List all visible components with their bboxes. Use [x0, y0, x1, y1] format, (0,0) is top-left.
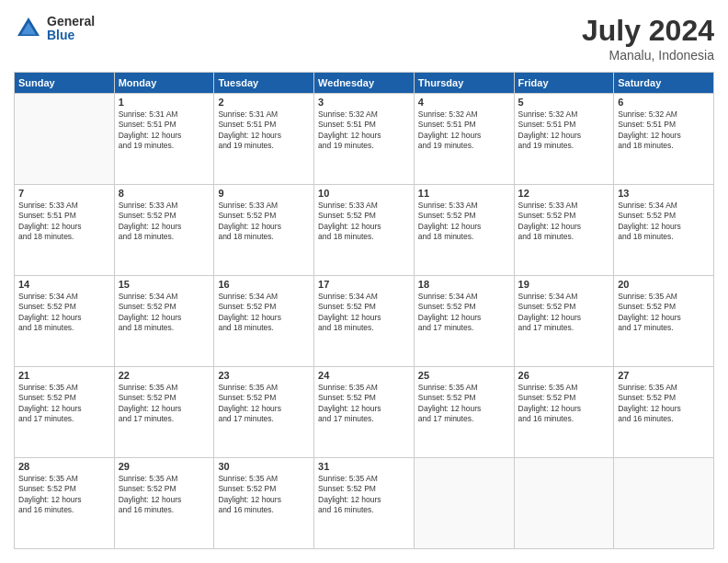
day-cell: [614, 458, 714, 549]
day-number: 8: [119, 188, 210, 199]
day-number: 12: [518, 188, 610, 199]
day-number: 25: [418, 370, 510, 381]
day-cell: [414, 458, 514, 549]
day-number: 15: [119, 279, 210, 290]
day-info: Sunrise: 5:35 AM Sunset: 5:52 PM Dayligh…: [18, 383, 110, 425]
week-row-3: 14Sunrise: 5:34 AM Sunset: 5:52 PM Dayli…: [15, 276, 714, 367]
day-cell: 21Sunrise: 5:35 AM Sunset: 5:52 PM Dayli…: [15, 367, 115, 458]
day-cell: 23Sunrise: 5:35 AM Sunset: 5:52 PM Dayli…: [214, 367, 314, 458]
day-number: 2: [218, 97, 310, 108]
day-cell: [514, 458, 614, 549]
day-number: 18: [418, 279, 510, 290]
logo-text: General Blue: [47, 15, 95, 43]
day-cell: 7Sunrise: 5:33 AM Sunset: 5:51 PM Daylig…: [15, 185, 115, 276]
calendar: SundayMondayTuesdayWednesdayThursdayFrid…: [14, 72, 714, 549]
day-cell: 20Sunrise: 5:35 AM Sunset: 5:52 PM Dayli…: [614, 276, 714, 367]
day-cell: 5Sunrise: 5:32 AM Sunset: 5:51 PM Daylig…: [514, 94, 614, 185]
day-header-wednesday: Wednesday: [314, 73, 415, 94]
day-info: Sunrise: 5:35 AM Sunset: 5:52 PM Dayligh…: [119, 383, 210, 425]
day-number: 17: [318, 279, 410, 290]
day-cell: 28Sunrise: 5:35 AM Sunset: 5:52 PM Dayli…: [15, 458, 115, 549]
day-number: 29: [119, 461, 210, 472]
day-cell: 29Sunrise: 5:35 AM Sunset: 5:52 PM Dayli…: [114, 458, 214, 549]
day-info: Sunrise: 5:35 AM Sunset: 5:52 PM Dayligh…: [618, 292, 710, 334]
day-cell: 26Sunrise: 5:35 AM Sunset: 5:52 PM Dayli…: [514, 367, 614, 458]
week-row-4: 21Sunrise: 5:35 AM Sunset: 5:52 PM Dayli…: [15, 367, 714, 458]
day-cell: 13Sunrise: 5:34 AM Sunset: 5:52 PM Dayli…: [614, 185, 714, 276]
day-number: 14: [18, 279, 110, 290]
day-info: Sunrise: 5:33 AM Sunset: 5:52 PM Dayligh…: [518, 201, 610, 243]
day-number: 31: [318, 461, 410, 472]
day-number: 16: [218, 279, 310, 290]
day-info: Sunrise: 5:34 AM Sunset: 5:52 PM Dayligh…: [218, 292, 310, 334]
day-info: Sunrise: 5:35 AM Sunset: 5:52 PM Dayligh…: [318, 383, 410, 425]
day-info: Sunrise: 5:35 AM Sunset: 5:52 PM Dayligh…: [518, 383, 610, 425]
day-info: Sunrise: 5:34 AM Sunset: 5:52 PM Dayligh…: [318, 292, 410, 334]
day-number: 27: [618, 370, 710, 381]
day-info: Sunrise: 5:34 AM Sunset: 5:52 PM Dayligh…: [119, 292, 210, 334]
day-cell: 18Sunrise: 5:34 AM Sunset: 5:52 PM Dayli…: [414, 276, 514, 367]
day-cell: 8Sunrise: 5:33 AM Sunset: 5:52 PM Daylig…: [114, 185, 214, 276]
day-cell: 3Sunrise: 5:32 AM Sunset: 5:51 PM Daylig…: [314, 94, 415, 185]
logo-general: General: [47, 15, 95, 29]
day-number: 24: [318, 370, 410, 381]
day-number: 4: [418, 97, 510, 108]
day-header-tuesday: Tuesday: [214, 73, 314, 94]
day-cell: 30Sunrise: 5:35 AM Sunset: 5:52 PM Dayli…: [214, 458, 314, 549]
day-info: Sunrise: 5:35 AM Sunset: 5:52 PM Dayligh…: [218, 474, 310, 516]
day-cell: 10Sunrise: 5:33 AM Sunset: 5:52 PM Dayli…: [314, 185, 415, 276]
day-info: Sunrise: 5:32 AM Sunset: 5:51 PM Dayligh…: [618, 109, 710, 152]
day-number: 28: [18, 461, 110, 472]
day-info: Sunrise: 5:34 AM Sunset: 5:52 PM Dayligh…: [618, 201, 710, 243]
day-info: Sunrise: 5:34 AM Sunset: 5:52 PM Dayligh…: [18, 292, 110, 334]
day-header-friday: Friday: [514, 73, 614, 94]
day-info: Sunrise: 5:33 AM Sunset: 5:52 PM Dayligh…: [418, 201, 510, 243]
day-info: Sunrise: 5:35 AM Sunset: 5:52 PM Dayligh…: [119, 474, 210, 516]
header-row: SundayMondayTuesdayWednesdayThursdayFrid…: [15, 73, 714, 94]
day-number: 19: [518, 279, 610, 290]
day-info: Sunrise: 5:35 AM Sunset: 5:52 PM Dayligh…: [318, 474, 410, 516]
day-number: 11: [418, 188, 510, 199]
page: General Blue July 2024 Manalu, Indonesia…: [0, 0, 728, 563]
week-row-5: 28Sunrise: 5:35 AM Sunset: 5:52 PM Dayli…: [15, 458, 714, 549]
day-number: 22: [119, 370, 210, 381]
day-cell: 2Sunrise: 5:31 AM Sunset: 5:51 PM Daylig…: [214, 94, 314, 185]
month-year: July 2024: [582, 14, 714, 48]
day-info: Sunrise: 5:35 AM Sunset: 5:52 PM Dayligh…: [218, 383, 310, 425]
day-cell: 19Sunrise: 5:34 AM Sunset: 5:52 PM Dayli…: [514, 276, 614, 367]
day-number: 5: [518, 97, 610, 108]
logo: General Blue: [14, 14, 95, 43]
day-info: Sunrise: 5:33 AM Sunset: 5:51 PM Dayligh…: [18, 201, 110, 243]
day-header-sunday: Sunday: [15, 73, 115, 94]
day-info: Sunrise: 5:33 AM Sunset: 5:52 PM Dayligh…: [119, 201, 210, 243]
day-info: Sunrise: 5:32 AM Sunset: 5:51 PM Dayligh…: [318, 109, 410, 152]
day-cell: 25Sunrise: 5:35 AM Sunset: 5:52 PM Dayli…: [414, 367, 514, 458]
day-cell: 27Sunrise: 5:35 AM Sunset: 5:52 PM Dayli…: [614, 367, 714, 458]
day-number: 23: [218, 370, 310, 381]
day-number: 7: [18, 188, 110, 199]
day-number: 9: [218, 188, 310, 199]
day-info: Sunrise: 5:35 AM Sunset: 5:52 PM Dayligh…: [18, 474, 110, 516]
day-info: Sunrise: 5:33 AM Sunset: 5:52 PM Dayligh…: [318, 201, 410, 243]
day-cell: 16Sunrise: 5:34 AM Sunset: 5:52 PM Dayli…: [214, 276, 314, 367]
day-cell: 24Sunrise: 5:35 AM Sunset: 5:52 PM Dayli…: [314, 367, 415, 458]
day-number: 6: [618, 97, 710, 108]
day-info: Sunrise: 5:31 AM Sunset: 5:51 PM Dayligh…: [218, 109, 310, 152]
day-info: Sunrise: 5:32 AM Sunset: 5:51 PM Dayligh…: [518, 109, 610, 152]
day-cell: 15Sunrise: 5:34 AM Sunset: 5:52 PM Dayli…: [114, 276, 214, 367]
title-block: July 2024 Manalu, Indonesia: [582, 14, 714, 63]
day-number: 10: [318, 188, 410, 199]
day-cell: 9Sunrise: 5:33 AM Sunset: 5:52 PM Daylig…: [214, 185, 314, 276]
day-number: 20: [618, 279, 710, 290]
header: General Blue July 2024 Manalu, Indonesia: [14, 14, 714, 63]
day-number: 30: [218, 461, 310, 472]
day-cell: 6Sunrise: 5:32 AM Sunset: 5:51 PM Daylig…: [614, 94, 714, 185]
day-info: Sunrise: 5:31 AM Sunset: 5:51 PM Dayligh…: [119, 109, 210, 152]
day-info: Sunrise: 5:34 AM Sunset: 5:52 PM Dayligh…: [418, 292, 510, 334]
day-cell: [15, 94, 115, 185]
day-info: Sunrise: 5:33 AM Sunset: 5:52 PM Dayligh…: [218, 201, 310, 243]
day-cell: 14Sunrise: 5:34 AM Sunset: 5:52 PM Dayli…: [15, 276, 115, 367]
day-number: 13: [618, 188, 710, 199]
week-row-1: 1Sunrise: 5:31 AM Sunset: 5:51 PM Daylig…: [15, 94, 714, 185]
day-number: 21: [18, 370, 110, 381]
